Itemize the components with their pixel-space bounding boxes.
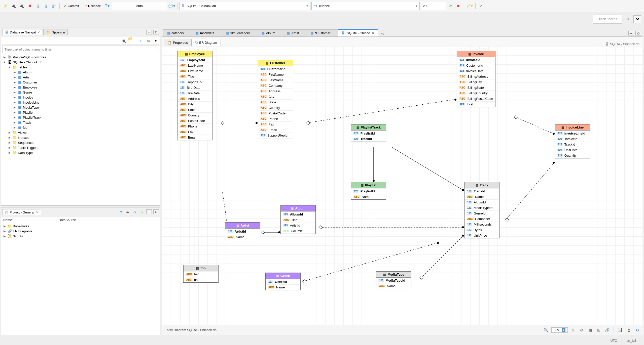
- column[interactable]: ABCAddress: [258, 88, 293, 94]
- history-icon[interactable]: 🕑▾: [168, 3, 175, 10]
- column[interactable]: 123CustomerId: [457, 63, 495, 68]
- tree-item[interactable]: ▶📁Sequences: [1, 140, 160, 145]
- column[interactable]: 123Quantity: [555, 153, 590, 158]
- new-connection-icon[interactable]: ⚡: [2, 3, 9, 10]
- tx-isolation-select[interactable]: Auto: [112, 2, 167, 10]
- entity-genre[interactable]: ▦Genre123GenreIdABCName: [265, 273, 301, 290]
- quick-access-button[interactable]: Quick Access: [593, 15, 622, 24]
- column[interactable]: ABCFirstName: [177, 68, 212, 74]
- column[interactable]: ABCBillingAddress: [457, 74, 495, 79]
- layout-icon[interactable]: ▦: [587, 327, 593, 333]
- tree-item[interactable]: ▶📁Table Triggers: [1, 145, 160, 150]
- connect-alt-icon[interactable]: 🔌: [18, 3, 25, 10]
- column[interactable]: ABCName: [266, 284, 300, 290]
- gear-icon[interactable]: ⚙: [118, 209, 124, 215]
- column[interactable]: 123EmployeeId: [177, 57, 212, 63]
- tree-item[interactable]: ▶▦Track: [1, 120, 160, 125]
- tree-item[interactable]: ▶▦Album: [1, 70, 160, 75]
- column[interactable]: ABCPostalCode: [177, 118, 212, 123]
- column[interactable]: ABCCompany: [258, 83, 293, 88]
- column[interactable]: 123InvoiceDate: [457, 68, 495, 74]
- navigator-tab[interactable]: 🗄 Database Navigat ✕: [2, 29, 43, 35]
- tree-item[interactable]: ▶📁Views: [1, 130, 160, 135]
- column[interactable]: 123SupportRepId: [258, 133, 293, 138]
- column[interactable]: 123InvoiceId: [555, 136, 590, 142]
- tree-item[interactable]: ▶🔗ER Diagrams: [1, 229, 160, 234]
- column[interactable]: ABCbaz: [184, 277, 218, 282]
- tree-item[interactable]: ▶🐘PostgreSQL - postgres: [1, 55, 160, 60]
- grid-icon[interactable]: ⊞: [595, 327, 602, 333]
- stop-icon[interactable]: ■: [455, 3, 462, 10]
- column[interactable]: ABCFax: [258, 121, 293, 127]
- column[interactable]: 123TrackId: [555, 142, 590, 147]
- column[interactable]: 123PlaylistId: [351, 131, 386, 136]
- properties-tab[interactable]: 📋 Properties: [164, 39, 192, 46]
- column[interactable]: ABCName: [351, 194, 386, 199]
- project-tab[interactable]: ▢ Project - General ✕: [2, 209, 41, 215]
- refresh-icon[interactable]: ⟳: [447, 3, 454, 10]
- editor-tab[interactable]: ▦film_category✕: [222, 29, 258, 36]
- tree-item[interactable]: ▶📁Indexes: [1, 135, 160, 140]
- column[interactable]: 123HireDate: [177, 90, 212, 96]
- collapse-icon[interactable]: ⇤: [139, 38, 144, 44]
- maximize-icon[interactable]: ▢: [153, 30, 159, 34]
- tree-item[interactable]: ▶▦Invoice: [1, 95, 160, 100]
- column[interactable]: ABCEmail: [258, 127, 293, 133]
- link-icon[interactable]: ⇆: [139, 209, 145, 215]
- schema-select[interactable]: 🗃 <None> ▾: [311, 2, 420, 10]
- column[interactable]: 123ArtistId: [281, 223, 315, 228]
- minimize-icon[interactable]: —: [146, 209, 152, 214]
- settings-icon[interactable]: ⚙: [634, 327, 640, 333]
- column[interactable]: 123BirthDate: [177, 85, 212, 90]
- connect-icon[interactable]: 🔌: [10, 3, 17, 10]
- open-perspective-icon[interactable]: ⊞: [624, 15, 631, 23]
- column[interactable]: 123GenreId: [266, 279, 300, 284]
- column[interactable]: ABCEmail: [177, 135, 212, 140]
- editor-tab[interactable]: 🗄SQLite - Chinoo✕: [338, 29, 378, 36]
- column[interactable]: 123UnitPrice: [464, 233, 499, 238]
- column[interactable]: ABCName: [225, 234, 260, 240]
- column[interactable]: ABCPostalCode: [258, 110, 293, 116]
- entity-invoice[interactable]: ▦Invoice123InvoiceId123CustomerId123Invo…: [457, 51, 495, 107]
- tree-item[interactable]: ▼🗄SQLite - Chinook.db: [1, 60, 160, 65]
- entity-invoiceline[interactable]: ▦InvoiceLine123InvoiceLineId123InvoiceId…: [555, 124, 590, 158]
- tree-item[interactable]: ▶▦InvoiceLine: [1, 100, 160, 105]
- column[interactable]: ABCBillingPostalCode: [457, 96, 495, 101]
- minimize-icon[interactable]: —: [146, 30, 152, 34]
- column[interactable]: ABCPhone: [258, 116, 293, 121]
- column[interactable]: 123InvoiceId: [457, 57, 495, 63]
- column[interactable]: 123MediaTypeId: [376, 278, 411, 283]
- editor-tab[interactable]: ▦Artist✕: [283, 29, 307, 36]
- column[interactable]: 123Milliseconds: [464, 222, 499, 227]
- maximize-icon[interactable]: ▢: [635, 31, 641, 35]
- column[interactable]: 123ReportsTo: [177, 79, 212, 85]
- column[interactable]: 123TrackId: [351, 136, 386, 142]
- column[interactable]: 123ArtistId: [225, 229, 260, 234]
- column[interactable]: 123AlbumId: [464, 199, 499, 205]
- plug-icon[interactable]: 🔌: [121, 38, 126, 44]
- sql-new-icon[interactable]: ▯⁺: [50, 3, 57, 10]
- column[interactable]: 123UnitPrice: [555, 147, 590, 153]
- column[interactable]: ABCState: [177, 107, 212, 112]
- link-icon[interactable]: ⇆: [146, 38, 151, 44]
- sql-recent-icon[interactable]: ▯: [42, 3, 49, 10]
- tree-item[interactable]: ▶📜Scripts: [1, 234, 160, 239]
- column[interactable]: ABCbar: [184, 271, 218, 277]
- close-icon[interactable]: ✕: [37, 30, 40, 34]
- column[interactable]: 123GenreId: [464, 210, 499, 216]
- column[interactable]: ABCTitle: [177, 74, 212, 79]
- sql-editor-icon[interactable]: ▯: [34, 3, 41, 10]
- status-timezone[interactable]: UTC: [606, 336, 622, 345]
- column[interactable]: ABCCity: [258, 94, 293, 99]
- column[interactable]: ⋮⋮Column1: [281, 228, 315, 234]
- close-icon[interactable]: ✕: [36, 210, 39, 214]
- entity-playlist[interactable]: ▦Playlist123PlaylistIdABCName: [351, 182, 386, 200]
- column[interactable]: ABCAddress: [177, 96, 212, 101]
- tree-item[interactable]: ▶▦Artist: [1, 75, 160, 80]
- column[interactable]: 123MediaTypeId: [464, 205, 499, 210]
- print-icon[interactable]: 🖨: [625, 327, 632, 333]
- column[interactable]: ABCComposer: [464, 216, 499, 222]
- zoom-select[interactable]: 88%▾: [551, 327, 568, 333]
- er-canvas[interactable]: ▦Employee123EmployeeIdABCLastNameABCFirs…: [162, 46, 643, 325]
- tree-item[interactable]: ▶📁Bookmarks: [1, 224, 160, 229]
